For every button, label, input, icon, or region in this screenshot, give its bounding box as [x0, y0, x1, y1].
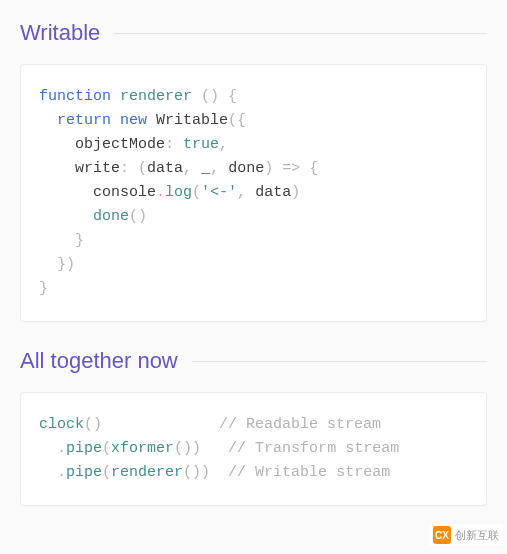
- watermark-logo-icon: CX: [433, 526, 451, 544]
- code-call: pipe: [66, 440, 102, 457]
- code-param: done: [228, 160, 264, 177]
- code-punc: ,: [210, 160, 219, 177]
- code-punc: ,: [219, 136, 228, 153]
- code-bool: true: [183, 136, 219, 153]
- code-keyword: return: [57, 112, 111, 129]
- code-punc: (: [192, 184, 201, 201]
- code-punc: (): [201, 88, 219, 105]
- code-punc: (: [102, 464, 111, 481]
- code-punc: =>: [282, 160, 300, 177]
- code-keyword: function: [39, 88, 111, 105]
- code-param: data: [147, 160, 183, 177]
- code-comment: // Readable stream: [219, 416, 381, 433]
- code-punc: {: [309, 160, 318, 177]
- code-punc: {: [228, 88, 237, 105]
- code-prop: write: [75, 160, 120, 177]
- code-punc: }: [39, 280, 48, 297]
- code-call: log: [165, 184, 192, 201]
- code-call: renderer: [111, 464, 183, 481]
- code-keyword: new: [120, 112, 147, 129]
- code-punc: .: [57, 464, 66, 481]
- code-ident: data: [255, 184, 291, 201]
- section-header-together: All together now: [20, 348, 487, 374]
- code-punc: :: [165, 136, 174, 153]
- code-call: xformer: [111, 440, 174, 457]
- code-call: done: [93, 208, 129, 225]
- code-block-writable: function renderer () { return new Writab…: [20, 64, 487, 322]
- code-punc: ()): [174, 440, 201, 457]
- code-punc: }): [57, 256, 75, 273]
- code-string: '<-': [201, 184, 237, 201]
- code-call: clock: [39, 416, 84, 433]
- code-punc: ): [291, 184, 300, 201]
- code-punc: (: [102, 440, 111, 457]
- watermark-text: 创新互联: [455, 528, 499, 543]
- code-prop: objectMode: [75, 136, 165, 153]
- code-punc: .: [57, 440, 66, 457]
- code-class: Writable: [156, 112, 228, 129]
- code-punc: ,: [183, 160, 192, 177]
- section-rule: [192, 361, 487, 362]
- code-punc: (): [84, 416, 102, 433]
- code-punc: }: [75, 232, 84, 249]
- code-punc: ): [264, 160, 273, 177]
- section-header-writable: Writable: [20, 20, 487, 46]
- code-comment: // Writable stream: [228, 464, 390, 481]
- code-block-together: clock() // Readable stream .pipe(xformer…: [20, 392, 487, 506]
- code-punc: ()): [183, 464, 210, 481]
- watermark: CX 创新互联: [429, 524, 503, 546]
- code-call: pipe: [66, 464, 102, 481]
- code-punc: (: [138, 160, 147, 177]
- section-title: Writable: [20, 20, 114, 46]
- code-punc: :: [120, 160, 129, 177]
- code-punc: .: [156, 184, 165, 201]
- code-punc: ,: [237, 184, 246, 201]
- code-fnname: renderer: [120, 88, 192, 105]
- code-comment: // Transform stream: [228, 440, 399, 457]
- code-ident: console: [93, 184, 156, 201]
- code-punc: (): [129, 208, 147, 225]
- section-rule: [114, 33, 487, 34]
- code-param: _: [201, 160, 210, 177]
- code-punc: ({: [228, 112, 246, 129]
- section-title: All together now: [20, 348, 192, 374]
